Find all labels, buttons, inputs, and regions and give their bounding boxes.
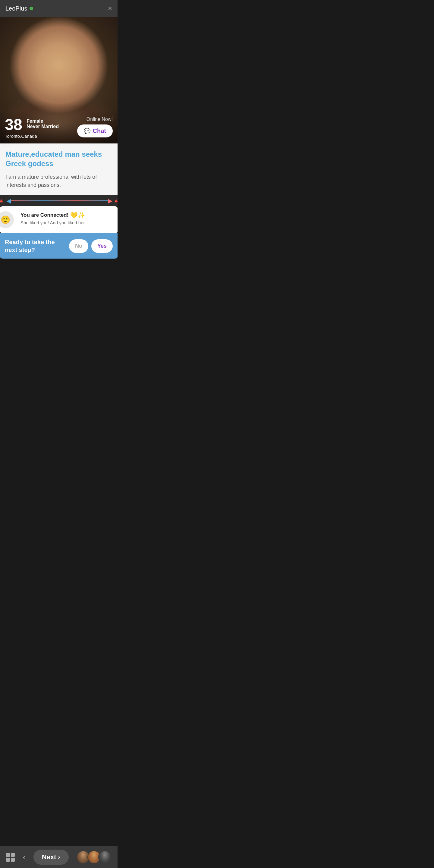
content-area: Mature,educated man seeks Greek godess I… xyxy=(0,144,118,195)
avatar: 🙂 xyxy=(0,211,14,229)
chat-button-label: Chat xyxy=(93,127,106,134)
chat-button[interactable]: 💬 Chat xyxy=(77,124,113,137)
profile-right: Online Now! 💬 Chat xyxy=(77,117,113,137)
action-buttons: No Yes xyxy=(69,239,113,253)
bunting-flag-left: 🔺 xyxy=(0,197,5,204)
connected-card: 🙂 You are Connected! 💛✨ She liked you! A… xyxy=(0,206,118,233)
profile-info-row: 38 Female Never Married Toronto,Canada O… xyxy=(5,117,113,138)
header-left: LeoPlus xyxy=(5,5,33,12)
online-now-text: Online Now! xyxy=(87,117,113,122)
bunting-flag-right: ▶ xyxy=(108,197,113,204)
profile-info-left: 38 Female Never Married Toronto,Canada xyxy=(5,117,59,138)
yes-button[interactable]: Yes xyxy=(91,239,113,253)
connected-subtitle: She liked you! And you liked her. xyxy=(21,220,113,225)
bunting-line xyxy=(11,200,108,201)
profile-image-container: 38 Female Never Married Toronto,Canada O… xyxy=(0,17,118,144)
image-overlay: 38 Female Never Married Toronto,Canada O… xyxy=(0,111,118,144)
no-button[interactable]: No xyxy=(69,239,88,253)
connected-title-text: You are Connected! xyxy=(21,212,68,218)
close-icon[interactable]: × xyxy=(108,5,112,12)
action-bar-text: Ready to take the next step? xyxy=(5,238,64,254)
profile-marital-status: Never Married xyxy=(27,124,59,129)
bunting-flag-right2: 🔺 xyxy=(113,197,118,204)
profile-headline: Mature,educated man seeks Greek godess xyxy=(5,150,112,168)
bunting-decoration: 🔺 ◀ ▶ 🔺 xyxy=(0,195,118,206)
heart-emoji: 💛✨ xyxy=(70,212,85,219)
connected-popup-overlay: 🔺 ◀ ▶ 🔺 🙂 You are Connected! 💛✨ She like… xyxy=(0,195,118,258)
avatar-emoji: 🙂 xyxy=(1,215,10,224)
connected-title: You are Connected! 💛✨ xyxy=(21,212,113,219)
profile-bio: I am a mature professional with lots of … xyxy=(5,173,112,189)
chat-icon: 💬 xyxy=(84,128,90,134)
action-bar: Ready to take the next step? No Yes xyxy=(0,233,118,258)
profile-age: 38 xyxy=(5,117,22,132)
bunting-flag-teal: ◀ xyxy=(6,197,11,204)
app-title: LeoPlus xyxy=(5,5,27,12)
profile-location: Toronto,Canada xyxy=(5,133,59,138)
app-header: LeoPlus × xyxy=(0,0,118,17)
online-indicator xyxy=(30,7,33,10)
profile-gender: Female xyxy=(27,119,59,124)
profile-details: Female Never Married xyxy=(27,117,59,129)
